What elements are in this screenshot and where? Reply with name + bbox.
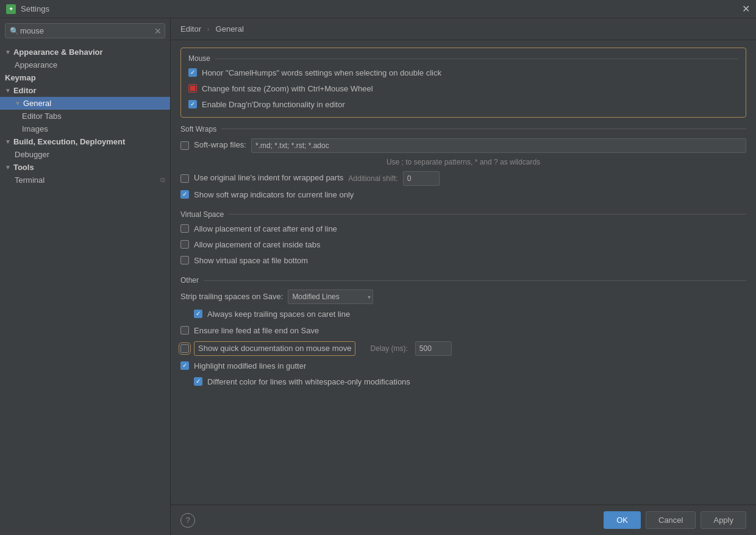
sidebar-item-tools[interactable]: Tools — [0, 161, 170, 174]
sidebar-item-label: Images — [22, 124, 48, 133]
sidebar-item-label: Debugger — [15, 150, 49, 159]
drag-drop-label: Enable Drag'n'Drop functionality in edit… — [202, 99, 345, 110]
keep-trailing-row: Always keep trailing spaces on caret lin… — [180, 309, 746, 320]
search-input[interactable] — [5, 23, 165, 38]
use-original-indent-label: Use original line's indent for wrapped p… — [194, 172, 343, 183]
caret-end-label: Allow placement of caret after end of li… — [194, 224, 337, 235]
quick-doc-label: Show quick documentation on mouse move — [194, 341, 355, 356]
help-button[interactable]: ? — [180, 513, 195, 528]
triangle-icon — [5, 87, 11, 94]
triangle-icon — [15, 100, 21, 107]
highlight-modified-checkbox[interactable] — [180, 361, 189, 370]
use-original-indent-row: Use original line's indent for wrapped p… — [180, 171, 746, 186]
breadcrumb-part-2: General — [216, 24, 244, 34]
use-original-indent-checkbox[interactable] — [180, 174, 189, 183]
ensure-line-feed-label: Ensure line feed at file end on Save — [194, 325, 319, 336]
other-title: Other — [180, 276, 746, 285]
sidebar-item-editor-tabs[interactable]: Editor Tabs — [0, 110, 170, 122]
main-content: 🔍 ✕ Appearance & Behavior Appearance Key… — [0, 18, 756, 535]
virtual-space-bottom-checkbox[interactable] — [180, 256, 189, 264]
sidebar-item-keymap[interactable]: Keymap — [0, 71, 170, 84]
soft-wraps-title: Soft Wraps — [180, 125, 746, 133]
sidebar-item-editor[interactable]: Editor — [0, 84, 170, 97]
quick-doc-row: Show quick documentation on mouse move D… — [180, 341, 746, 356]
sidebar-item-label: Appearance & Behavior — [13, 48, 103, 57]
show-soft-wrap-row: Show soft wrap indicators for current li… — [180, 190, 746, 200]
caret-end-checkbox[interactable] — [180, 224, 189, 233]
quick-doc-checkbox[interactable] — [180, 344, 189, 353]
sidebar-item-build-execution[interactable]: Build, Execution, Deployment — [0, 135, 170, 148]
sidebar: 🔍 ✕ Appearance & Behavior Appearance Key… — [0, 18, 171, 535]
mouse-section: Mouse Honor "CamelHumps" words settings … — [180, 48, 746, 118]
sidebar-item-label: Terminal — [15, 175, 45, 185]
different-color-checkbox[interactable] — [194, 377, 202, 386]
sidebar-item-label: Keymap — [5, 73, 36, 82]
keep-trailing-label: Always keep trailing spaces on caret lin… — [207, 309, 350, 320]
search-clear-button[interactable]: ✕ — [154, 26, 162, 36]
other-section: Other Strip trailing spaces on Save: Non… — [180, 276, 746, 388]
camel-humps-checkbox[interactable] — [188, 68, 197, 77]
right-panel: Editor › General Mouse Honor "CamelHumps… — [171, 18, 756, 535]
settings-window: ✦ Settings ✕ 🔍 ✕ Appearance & Behavior A… — [0, 0, 756, 535]
highlight-modified-row: Highlight modified lines in gutter — [180, 361, 746, 372]
app-icon: ✦ — [6, 4, 16, 14]
sidebar-item-appearance-behavior[interactable]: Appearance & Behavior — [0, 46, 170, 58]
change-font-checkbox[interactable] — [188, 84, 197, 93]
delay-input[interactable] — [415, 341, 452, 356]
keep-trailing-checkbox[interactable] — [194, 310, 202, 318]
cancel-button[interactable]: Cancel — [646, 511, 696, 529]
virtual-space-bottom-row: Show virtual space at file bottom — [180, 255, 746, 266]
additional-shift-input[interactable] — [403, 171, 440, 186]
show-soft-wrap-checkbox[interactable] — [180, 190, 189, 199]
sidebar-item-label: Appearance — [15, 60, 57, 69]
bottom-bar: ? OK Cancel Apply — [171, 505, 756, 535]
sidebar-item-label: Editor — [13, 86, 37, 95]
breadcrumb: Editor › General — [171, 18, 756, 40]
caret-end-row: Allow placement of caret after end of li… — [180, 224, 746, 235]
sidebar-item-debugger[interactable]: Debugger — [0, 148, 170, 161]
title-bar: ✦ Settings ✕ — [0, 0, 756, 18]
drag-drop-checkbox[interactable] — [188, 100, 197, 108]
ensure-line-feed-row: Ensure line feed at file end on Save — [180, 325, 746, 336]
triangle-icon — [5, 49, 11, 55]
external-link-icon: ⧉ — [160, 176, 165, 184]
caret-inside-tabs-checkbox[interactable] — [180, 240, 189, 249]
sidebar-item-images[interactable]: Images — [0, 122, 170, 135]
breadcrumb-separator: › — [207, 24, 210, 34]
virtual-space-title: Virtual Space — [180, 210, 746, 219]
caret-inside-tabs-row: Allow placement of caret inside tabs — [180, 239, 746, 250]
soft-wrap-files-checkbox[interactable] — [180, 141, 189, 150]
soft-wrap-files-row: Soft-wrap files: — [180, 138, 746, 153]
breadcrumb-part-1: Editor — [180, 24, 201, 34]
delay-label: Delay (ms): — [370, 344, 407, 353]
sidebar-item-label: Tools — [13, 163, 34, 172]
show-soft-wrap-label: Show soft wrap indicators for current li… — [194, 190, 354, 200]
strip-label: Strip trailing spaces on Save: — [180, 291, 283, 302]
camel-humps-row: Honor "CamelHumps" words settings when s… — [188, 68, 738, 79]
sidebar-item-label: Editor Tabs — [22, 112, 62, 121]
nav-tree: Appearance & Behavior Appearance Keymap … — [0, 43, 170, 535]
sidebar-item-general[interactable]: General — [0, 97, 170, 110]
close-button[interactable]: ✕ — [742, 4, 750, 14]
camel-humps-label: Honor "CamelHumps" words settings when s… — [202, 68, 441, 79]
ensure-line-feed-checkbox[interactable] — [180, 326, 189, 335]
triangle-icon — [5, 164, 11, 171]
different-color-row: Different color for lines with whitespac… — [180, 377, 746, 388]
highlight-modified-label: Highlight modified lines in gutter — [194, 361, 306, 372]
sidebar-item-label: General — [23, 99, 51, 108]
sidebar-item-terminal[interactable]: Terminal ⧉ — [0, 174, 170, 186]
drag-drop-row: Enable Drag'n'Drop functionality in edit… — [188, 99, 738, 110]
search-icon: 🔍 — [10, 27, 19, 35]
caret-inside-tabs-label: Allow placement of caret inside tabs — [194, 239, 320, 250]
strip-row: Strip trailing spaces on Save: None All … — [180, 289, 746, 304]
soft-wrap-files-input[interactable] — [251, 138, 746, 153]
change-font-label: Change font size (Zoom) with Ctrl+Mouse … — [202, 83, 373, 94]
settings-content: Mouse Honor "CamelHumps" words settings … — [171, 40, 756, 505]
ok-button[interactable]: OK — [604, 511, 641, 529]
virtual-space-bottom-label: Show virtual space at file bottom — [194, 255, 308, 266]
soft-wrap-files-label: Soft-wrap files: — [194, 140, 246, 151]
strip-dropdown[interactable]: None All Modified Lines — [288, 289, 373, 304]
window-title: Settings — [21, 4, 742, 13]
apply-button[interactable]: Apply — [701, 511, 746, 529]
sidebar-item-appearance[interactable]: Appearance — [0, 58, 170, 71]
